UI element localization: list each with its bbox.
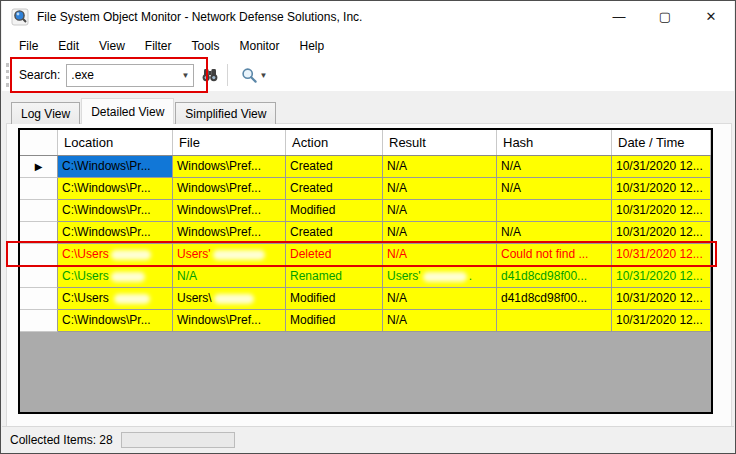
cell-file[interactable]: Users' (173, 244, 286, 266)
cell-result[interactable]: N/A (383, 200, 497, 222)
toolbar-grip[interactable] (6, 63, 9, 87)
column-header-action[interactable]: Action (286, 130, 383, 155)
cell-hash[interactable]: N/A (497, 156, 612, 178)
row-header-cell[interactable]: ▶ (20, 156, 58, 178)
window-title: File System Object Monitor - Network Def… (37, 10, 362, 24)
cell-file[interactable]: N/A (173, 266, 286, 288)
cell-location[interactable]: C:\Users (58, 288, 173, 310)
cell-hash[interactable]: d41d8cd98f00... (497, 288, 612, 310)
grid-corner-cell[interactable] (20, 130, 58, 155)
cell-date-time[interactable]: 10/31/2020 12... (612, 310, 711, 332)
cell-hash[interactable]: N/A (497, 178, 612, 200)
cell-location[interactable]: C:\Windows\Pr... (58, 310, 173, 332)
cell-file[interactable]: Windows\Pref... (173, 200, 286, 222)
tab-detailed-view[interactable]: Detailed View (81, 98, 174, 124)
row-header-cell[interactable] (20, 222, 58, 244)
cell-date-time[interactable]: 10/31/2020 12... (612, 200, 711, 222)
cell-action[interactable]: Modified (286, 288, 383, 310)
table-row[interactable]: C:\UsersN/ARenamedUsers'.d41d8cd98f00...… (20, 266, 711, 288)
cell-file[interactable]: Users\ (173, 288, 286, 310)
cell-location[interactable]: C:\Users (58, 244, 173, 266)
magnifier-dropdown-arrow-icon[interactable]: ▼ (259, 71, 267, 80)
cell-file[interactable]: Windows\Pref... (173, 222, 286, 244)
menu-help[interactable]: Help (290, 35, 335, 57)
column-header-file[interactable]: File (173, 130, 286, 155)
table-row[interactable]: ▶C:\Windows\Pr...Windows\Pref...CreatedN… (20, 156, 711, 178)
cell-action[interactable]: Deleted (286, 244, 383, 266)
column-header-hash[interactable]: Hash (497, 130, 612, 155)
redacted-text (111, 250, 151, 260)
table-row[interactable]: C:\Windows\Pr...Windows\Pref...CreatedN/… (20, 222, 711, 244)
row-header-cell[interactable] (20, 288, 58, 310)
binoculars-icon (201, 67, 219, 83)
column-header-location[interactable]: Location (58, 130, 173, 155)
column-header-date-time[interactable]: Date / Time (612, 130, 711, 155)
tab-log-view[interactable]: Log View (11, 102, 80, 124)
cell-hash[interactable] (497, 200, 612, 222)
menu-filter[interactable]: Filter (135, 35, 182, 57)
cell-action[interactable]: Created (286, 222, 383, 244)
cell-date-time[interactable]: 10/31/2020 12... (612, 156, 711, 178)
cell-file[interactable]: Windows\Pref... (173, 178, 286, 200)
menu-tools[interactable]: Tools (182, 35, 230, 57)
cell-date-time[interactable]: 10/31/2020 12... (612, 178, 711, 200)
combo-dropdown-arrow-icon[interactable]: ▼ (177, 71, 193, 80)
cell-location[interactable]: C:\Windows\Pr... (58, 156, 173, 178)
cell-hash[interactable] (497, 310, 612, 332)
search-options-button[interactable]: ▼ (235, 62, 273, 88)
row-header-cell[interactable] (20, 266, 58, 288)
row-header-cell[interactable] (20, 178, 58, 200)
column-header-result[interactable]: Result (383, 130, 497, 155)
row-header-cell[interactable] (20, 200, 58, 222)
menu-monitor[interactable]: Monitor (230, 35, 290, 57)
cell-result[interactable]: N/A (383, 178, 497, 200)
progress-bar (121, 432, 235, 448)
cell-action[interactable]: Modified (286, 310, 383, 332)
maximize-button[interactable]: ▢ (642, 1, 688, 32)
cell-location[interactable]: C:\Windows\Pr... (58, 200, 173, 222)
cell-location[interactable]: C:\Windows\Pr... (58, 178, 173, 200)
cell-date-time[interactable]: 10/31/2020 12... (612, 288, 711, 310)
cell-result[interactable]: N/A (383, 244, 497, 266)
minimize-button[interactable]: — (596, 1, 642, 32)
cell-date-time[interactable]: 10/31/2020 12... (612, 266, 711, 288)
cell-action[interactable]: Modified (286, 200, 383, 222)
cell-result[interactable]: N/A (383, 222, 497, 244)
cell-action[interactable]: Renamed (286, 266, 383, 288)
cell-file[interactable]: Windows\Pref... (173, 310, 286, 332)
find-binoculars-button[interactable] (197, 62, 223, 88)
cell-date-time[interactable]: 10/31/2020 12... (612, 222, 711, 244)
cell-file[interactable]: Windows\Pref... (173, 156, 286, 178)
table-row[interactable]: C:\Users Users\ModifiedN/Ad41d8cd98f00..… (20, 288, 711, 310)
cell-result[interactable]: Users'. (383, 266, 497, 288)
redacted-text (423, 272, 467, 282)
row-header-cell[interactable] (20, 310, 58, 332)
cell-result[interactable]: N/A (383, 156, 497, 178)
cell-location[interactable]: C:\Windows\Pr... (58, 222, 173, 244)
cell-action[interactable]: Created (286, 156, 383, 178)
cell-result[interactable]: N/A (383, 288, 497, 310)
redacted-text (114, 294, 150, 304)
redacted-text (111, 272, 145, 282)
search-input[interactable] (67, 68, 177, 82)
table-row[interactable]: C:\Windows\Pr...Windows\Pref...ModifiedN… (20, 310, 711, 332)
close-button[interactable]: ✕ (688, 1, 734, 32)
table-row[interactable]: C:\Windows\Pr...Windows\Pref...ModifiedN… (20, 200, 711, 222)
cell-hash[interactable]: N/A (497, 222, 612, 244)
cell-hash[interactable]: d41d8cd98f00... (497, 266, 612, 288)
tab-simplified-view[interactable]: Simplified View (175, 102, 276, 124)
cell-location[interactable]: C:\Users (58, 266, 173, 288)
cell-date-time[interactable]: 10/31/2020 12... (612, 244, 711, 266)
table-row[interactable]: C:\Windows\Pr...Windows\Pref...CreatedN/… (20, 178, 711, 200)
table-row[interactable]: C:\UsersUsers'DeletedN/ACould not find .… (20, 244, 711, 266)
cell-hash[interactable]: Could not find ... (497, 244, 612, 266)
row-header-cell[interactable] (20, 244, 58, 266)
menu-file[interactable]: File (9, 35, 48, 57)
redacted-text (214, 294, 254, 304)
menu-edit[interactable]: Edit (48, 35, 89, 57)
cell-result[interactable]: N/A (383, 310, 497, 332)
menu-view[interactable]: View (89, 35, 135, 57)
cell-action[interactable]: Created (286, 178, 383, 200)
search-combobox[interactable]: ▼ (66, 64, 194, 87)
tab-strip: Log View Detailed View Simplified View (11, 98, 277, 124)
